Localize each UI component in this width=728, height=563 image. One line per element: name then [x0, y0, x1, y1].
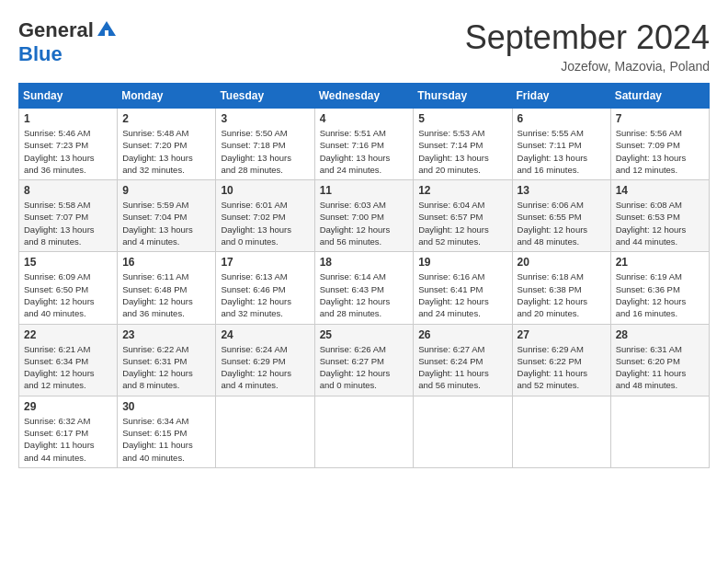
day-number: 10	[221, 184, 309, 197]
location: Jozefow, Mazovia, Poland	[465, 59, 710, 74]
day-number: 16	[122, 256, 210, 269]
logo-blue: Blue	[18, 42, 63, 66]
day-info: Sunrise: 5:53 AM Sunset: 7:14 PM Dayligh…	[418, 127, 506, 176]
day-info: Sunrise: 6:06 AM Sunset: 6:55 PM Dayligh…	[518, 199, 606, 247]
day-number: 14	[616, 184, 704, 197]
day-number: 13	[518, 184, 606, 197]
table-row: 24Sunrise: 6:24 AM Sunset: 6:29 PM Dayli…	[216, 324, 314, 396]
table-row: 6Sunrise: 5:55 AM Sunset: 7:11 PM Daylig…	[512, 109, 610, 180]
day-info: Sunrise: 6:11 AM Sunset: 6:48 PM Dayligh…	[122, 270, 210, 319]
calendar-week-row: 15Sunrise: 6:09 AM Sunset: 6:50 PM Dayli…	[19, 252, 710, 324]
header-saturday: Saturday	[610, 84, 709, 109]
day-number: 24	[221, 328, 309, 341]
table-row	[610, 396, 709, 467]
month-title: September 2024	[465, 18, 710, 57]
header-tuesday: Tuesday	[216, 84, 314, 109]
day-number: 12	[418, 184, 506, 197]
table-row: 2Sunrise: 5:48 AM Sunset: 7:20 PM Daylig…	[118, 109, 216, 180]
day-number: 2	[122, 112, 210, 125]
day-info: Sunrise: 6:14 AM Sunset: 6:43 PM Dayligh…	[320, 270, 409, 319]
day-info: Sunrise: 6:09 AM Sunset: 6:50 PM Dayligh…	[24, 270, 112, 319]
day-number: 19	[418, 256, 506, 269]
table-row: 23Sunrise: 6:22 AM Sunset: 6:31 PM Dayli…	[118, 324, 216, 396]
day-number: 4	[320, 112, 409, 125]
day-info: Sunrise: 6:01 AM Sunset: 7:02 PM Dayligh…	[221, 199, 309, 247]
day-number: 21	[616, 256, 704, 269]
table-row: 28Sunrise: 6:31 AM Sunset: 6:20 PM Dayli…	[610, 324, 709, 396]
day-info: Sunrise: 6:13 AM Sunset: 6:46 PM Dayligh…	[221, 270, 309, 319]
day-info: Sunrise: 5:56 AM Sunset: 7:09 PM Dayligh…	[616, 127, 704, 176]
day-number: 27	[518, 328, 606, 341]
day-number: 6	[518, 112, 606, 125]
day-info: Sunrise: 6:21 AM Sunset: 6:34 PM Dayligh…	[24, 343, 112, 392]
day-info: Sunrise: 6:31 AM Sunset: 6:20 PM Dayligh…	[616, 343, 704, 392]
day-info: Sunrise: 6:32 AM Sunset: 6:17 PM Dayligh…	[24, 415, 112, 464]
day-number: 5	[418, 112, 506, 125]
day-info: Sunrise: 6:27 AM Sunset: 6:24 PM Dayligh…	[418, 343, 506, 392]
table-row: 21Sunrise: 6:19 AM Sunset: 6:36 PM Dayli…	[610, 252, 709, 324]
table-row: 11Sunrise: 6:03 AM Sunset: 7:00 PM Dayli…	[314, 180, 414, 252]
day-number: 7	[616, 112, 704, 125]
table-row: 15Sunrise: 6:09 AM Sunset: 6:50 PM Dayli…	[19, 252, 118, 324]
table-row: 14Sunrise: 6:08 AM Sunset: 6:53 PM Dayli…	[610, 180, 709, 252]
day-number: 26	[418, 328, 506, 341]
table-row: 5Sunrise: 5:53 AM Sunset: 7:14 PM Daylig…	[414, 109, 512, 180]
header-sunday: Sunday	[19, 84, 118, 109]
day-info: Sunrise: 6:26 AM Sunset: 6:27 PM Dayligh…	[320, 343, 409, 392]
day-number: 1	[24, 112, 112, 125]
day-info: Sunrise: 6:04 AM Sunset: 6:57 PM Dayligh…	[418, 199, 506, 247]
table-row: 7Sunrise: 5:56 AM Sunset: 7:09 PM Daylig…	[610, 109, 709, 180]
logo: General Blue	[18, 18, 118, 66]
day-number: 9	[122, 184, 210, 197]
table-row: 4Sunrise: 5:51 AM Sunset: 7:16 PM Daylig…	[314, 109, 414, 180]
table-row: 13Sunrise: 6:06 AM Sunset: 6:55 PM Dayli…	[512, 180, 610, 252]
calendar-week-row: 1Sunrise: 5:46 AM Sunset: 7:23 PM Daylig…	[19, 109, 710, 180]
day-info: Sunrise: 5:46 AM Sunset: 7:23 PM Dayligh…	[24, 127, 112, 176]
table-row	[216, 396, 314, 467]
day-number: 20	[518, 256, 606, 269]
day-number: 29	[24, 400, 112, 413]
day-number: 3	[221, 112, 309, 125]
table-row: 25Sunrise: 6:26 AM Sunset: 6:27 PM Dayli…	[314, 324, 414, 396]
table-row: 29Sunrise: 6:32 AM Sunset: 6:17 PM Dayli…	[19, 396, 118, 467]
day-info: Sunrise: 5:55 AM Sunset: 7:11 PM Dayligh…	[518, 127, 606, 176]
header-friday: Friday	[512, 84, 610, 109]
day-info: Sunrise: 6:29 AM Sunset: 6:22 PM Dayligh…	[518, 343, 606, 392]
day-info: Sunrise: 6:18 AM Sunset: 6:38 PM Dayligh…	[518, 270, 606, 319]
table-row: 19Sunrise: 6:16 AM Sunset: 6:41 PM Dayli…	[414, 252, 512, 324]
table-row: 1Sunrise: 5:46 AM Sunset: 7:23 PM Daylig…	[19, 109, 118, 180]
svg-rect-1	[105, 30, 108, 36]
logo-general: General	[18, 18, 94, 42]
day-number: 17	[221, 256, 309, 269]
calendar: Sunday Monday Tuesday Wednesday Thursday…	[18, 83, 710, 468]
day-info: Sunrise: 5:51 AM Sunset: 7:16 PM Dayligh…	[320, 127, 409, 176]
day-info: Sunrise: 5:50 AM Sunset: 7:18 PM Dayligh…	[221, 127, 309, 176]
day-number: 30	[122, 400, 210, 413]
day-number: 15	[24, 256, 112, 269]
day-number: 11	[320, 184, 409, 197]
header-monday: Monday	[118, 84, 216, 109]
table-row: 9Sunrise: 5:59 AM Sunset: 7:04 PM Daylig…	[118, 180, 216, 252]
table-row: 3Sunrise: 5:50 AM Sunset: 7:18 PM Daylig…	[216, 109, 314, 180]
day-info: Sunrise: 6:22 AM Sunset: 6:31 PM Dayligh…	[122, 343, 210, 392]
table-row: 12Sunrise: 6:04 AM Sunset: 6:57 PM Dayli…	[414, 180, 512, 252]
day-number: 22	[24, 328, 112, 341]
table-row: 27Sunrise: 6:29 AM Sunset: 6:22 PM Dayli…	[512, 324, 610, 396]
table-row: 30Sunrise: 6:34 AM Sunset: 6:15 PM Dayli…	[118, 396, 216, 467]
table-row: 20Sunrise: 6:18 AM Sunset: 6:38 PM Dayli…	[512, 252, 610, 324]
day-number: 28	[616, 328, 704, 341]
table-row: 18Sunrise: 6:14 AM Sunset: 6:43 PM Dayli…	[314, 252, 414, 324]
day-info: Sunrise: 6:16 AM Sunset: 6:41 PM Dayligh…	[418, 270, 506, 319]
header-thursday: Thursday	[414, 84, 512, 109]
title-area: September 2024 Jozefow, Mazovia, Poland	[465, 18, 710, 74]
day-info: Sunrise: 5:48 AM Sunset: 7:20 PM Dayligh…	[122, 127, 210, 176]
day-number: 25	[320, 328, 409, 341]
day-info: Sunrise: 6:19 AM Sunset: 6:36 PM Dayligh…	[616, 270, 704, 319]
page-header: General Blue September 2024 Jozefow, Maz…	[18, 18, 710, 74]
day-info: Sunrise: 6:08 AM Sunset: 6:53 PM Dayligh…	[616, 199, 704, 247]
calendar-week-row: 22Sunrise: 6:21 AM Sunset: 6:34 PM Dayli…	[19, 324, 710, 396]
day-number: 23	[122, 328, 210, 341]
logo-icon	[96, 19, 118, 41]
table-row: 22Sunrise: 6:21 AM Sunset: 6:34 PM Dayli…	[19, 324, 118, 396]
header-wednesday: Wednesday	[314, 84, 414, 109]
